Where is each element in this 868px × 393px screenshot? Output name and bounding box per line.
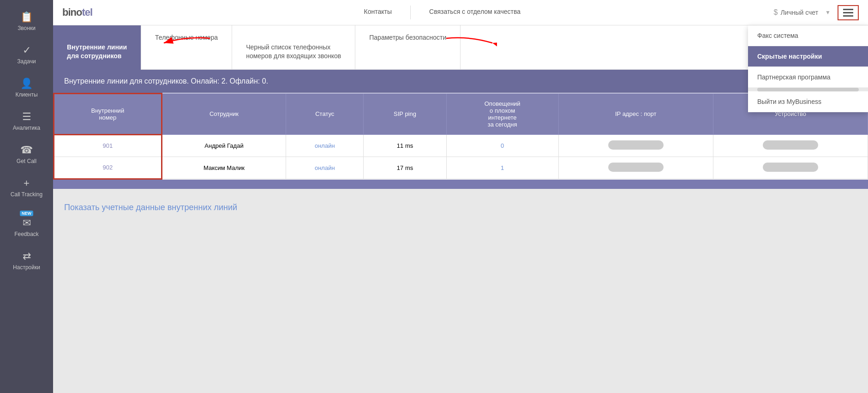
hamburger-button[interactable] (838, 5, 859, 20)
cell-sip-1: 11 ms (364, 134, 446, 157)
header: binotel Контакты Связаться с отделом кач… (53, 0, 868, 25)
dropdown-arrow-icon: ▼ (825, 9, 831, 16)
tab-blacklist[interactable]: Черный список телефонных номеров для вхо… (232, 25, 355, 69)
cell-status-2: онлайн (286, 157, 364, 179)
account-button[interactable]: $ Личный счет (774, 8, 819, 17)
menu-divider (748, 88, 868, 91)
cell-number-1: 901 (54, 134, 162, 157)
col-header-status: Статус (286, 93, 364, 134)
get-call-icon: ☎ (20, 144, 33, 156)
hamburger-line-3 (843, 15, 853, 17)
feedback-icon: ✉ (23, 217, 31, 229)
device-blurred-1 (763, 140, 818, 150)
col-header-employee: Сотрудник (162, 93, 286, 134)
menu-item-hidden-settings[interactable]: Скрытые настройки (748, 46, 868, 67)
table-header-row: Внутренний номер Сотрудник Статус SIP pi… (54, 93, 868, 134)
col-header-number: Внутренний номер (54, 93, 162, 134)
cell-alerts-2: 1 (446, 157, 558, 179)
sidebar-item-label: Аналитика (13, 125, 40, 131)
calls-icon: 📋 (20, 11, 33, 23)
nav-quality[interactable]: Связаться с отделом качества (425, 6, 525, 19)
sidebar-item-label: Задачи (17, 58, 36, 65)
tab-internal-label: Внутренние линии для сотрудников (67, 43, 127, 60)
cell-sip-2: 17 ms (364, 157, 446, 179)
dollar-icon: $ (774, 8, 778, 17)
arrow-right-annotation (442, 34, 497, 52)
header-nav: Контакты Связаться с отделом качества (111, 6, 773, 19)
cell-status-1: онлайн (286, 134, 364, 157)
sidebar-item-label: Звонки (18, 25, 36, 31)
settings-icon: ⇄ (23, 250, 31, 262)
menu-item-partner[interactable]: Партнерская программа (748, 67, 868, 88)
tab-blacklist-label: Черный список телефонных номеров для вхо… (246, 43, 341, 60)
sidebar-item-call-tracking[interactable]: + Call Tracking (0, 171, 53, 204)
table-container: Внутренний номер Сотрудник Статус SIP pi… (53, 93, 868, 189)
call-tracking-icon: + (24, 177, 30, 189)
tabs-bar: Внутренние линии для сотрудников Телефон… (53, 25, 868, 70)
cell-alerts-1: 0 (446, 134, 558, 157)
clients-icon: 👤 (20, 78, 33, 90)
cell-device-1 (713, 134, 868, 157)
table-row: 902 Максим Малик онлайн 17 ms 1 (54, 157, 868, 179)
table-row: 901 Андрей Гадай онлайн 11 ms 0 (54, 134, 868, 157)
dropdown-menu: Факс система Скрытые настройки Партнерск… (748, 25, 868, 112)
ip-blurred-1 (608, 140, 664, 150)
info-bar: Внутренние линии для сотрудников. Онлайн… (53, 70, 868, 93)
ip-blurred-2 (608, 163, 664, 172)
logo: binotel (62, 6, 92, 18)
sidebar-item-analytics[interactable]: ☰ Аналитика (0, 104, 53, 138)
tab-security[interactable]: Параметры безопасности (355, 25, 461, 69)
main-area: binotel Контакты Связаться с отделом кач… (53, 0, 868, 393)
menu-item-logout[interactable]: Выйти из MyBusiness (748, 91, 868, 112)
arrow-left-annotation (159, 34, 215, 52)
sidebar-item-clients[interactable]: 👤 Клиенты (0, 71, 53, 104)
cell-employee-2: Максим Малик (162, 157, 286, 179)
tab-security-label: Параметры безопасности (369, 34, 446, 41)
cell-device-2 (713, 157, 868, 179)
device-blurred-2 (763, 163, 818, 172)
sidebar-item-label: Call Tracking (11, 191, 42, 198)
header-right: $ Личный счет ▼ (774, 5, 859, 20)
col-header-ip: IP адрес : порт (558, 93, 713, 134)
col-header-alerts: Оповещений о плохом интернете за сегодня (446, 93, 558, 134)
account-label: Личный счет (780, 9, 818, 16)
sidebar-item-label: Клиенты (15, 91, 37, 98)
col-header-sip: SIP ping (364, 93, 446, 134)
tab-internal-lines[interactable]: Внутренние линии для сотрудников (53, 25, 141, 69)
content-area: Внутренние линии для сотрудников Телефон… (53, 25, 868, 393)
cell-ip-1 (558, 134, 713, 157)
sidebar-item-settings[interactable]: ⇄ Настройки (0, 244, 53, 277)
sidebar-item-get-call[interactable]: ☎ Get Call (0, 138, 53, 171)
sidebar-item-label: Get Call (17, 158, 36, 164)
sidebar: 📋 Звонки ✓ Задачи 👤 Клиенты ☰ Аналитика … (0, 0, 53, 393)
cell-number-2: 902 (54, 157, 162, 179)
internal-lines-table: Внутренний номер Сотрудник Статус SIP pi… (53, 93, 868, 180)
hamburger-line-1 (843, 9, 853, 10)
analytics-icon: ☰ (22, 111, 31, 123)
nav-contacts[interactable]: Контакты (359, 6, 396, 19)
page-content: Внутренние линии для сотрудников. Онлайн… (53, 70, 868, 226)
sidebar-item-feedback[interactable]: NEW ✉ Feedback (0, 204, 53, 244)
cell-ip-2 (558, 157, 713, 179)
divider-line (757, 88, 859, 91)
sidebar-item-calls[interactable]: 📋 Звонки (0, 5, 53, 38)
table-body: 901 Андрей Гадай онлайн 11 ms 0 902 Макс… (54, 134, 868, 179)
sidebar-item-label: Настройки (13, 264, 40, 271)
menu-item-fax[interactable]: Факс система (748, 25, 868, 46)
info-bar-text: Внутренние линии для сотрудников. Онлайн… (64, 77, 268, 85)
new-badge: NEW (20, 211, 33, 216)
sidebar-item-label: Feedback (14, 231, 39, 237)
show-credentials-link[interactable]: Показать учетные данные внутренних линий (53, 189, 868, 226)
sidebar-item-tasks[interactable]: ✓ Задачи (0, 38, 53, 71)
tasks-icon: ✓ (23, 44, 31, 56)
cell-employee-1: Андрей Гадай (162, 134, 286, 157)
hamburger-line-2 (843, 12, 853, 13)
nav-divider (410, 6, 411, 19)
